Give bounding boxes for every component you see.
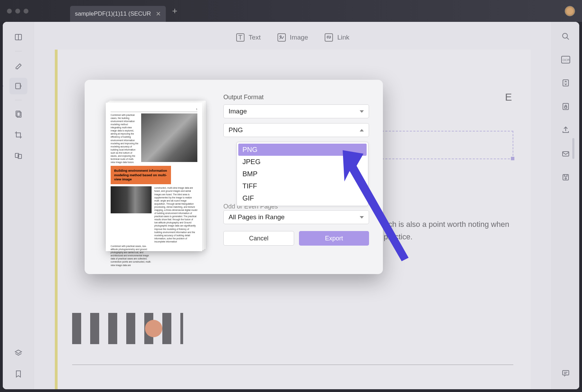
export-button[interactable]: Export — [299, 231, 369, 246]
new-tab-button[interactable]: + — [172, 6, 177, 16]
tab-title: samplePDF(1)(1)11 (SECUR — [75, 10, 151, 17]
titlebar: samplePDF(1)(1)11 (SECUR ✕ + — [0, 0, 582, 22]
maximize-window-button[interactable] — [24, 9, 28, 14]
output-format-select[interactable]: Image — [223, 104, 369, 118]
select-value: Image — [229, 108, 247, 115]
preview-text: constructed, multi-view image data are f… — [154, 186, 197, 243]
button-label: Export — [325, 235, 343, 242]
button-label: Cancel — [249, 235, 268, 242]
close-tab-icon[interactable]: ✕ — [156, 10, 161, 18]
preview-text: Combined with practical cases, low-altit… — [111, 245, 152, 267]
user-avatar[interactable] — [565, 6, 575, 16]
output-format-label: Output Format — [223, 94, 369, 101]
minimize-window-button[interactable] — [15, 9, 20, 14]
dropdown-option-jpeg[interactable]: JPEG — [238, 156, 367, 168]
select-value: All Pages in Range — [229, 213, 285, 221]
dialog-preview-pane: 1 Combined with practical cases, the bui… — [85, 80, 223, 274]
main-window: OCR T Text — [3, 22, 579, 389]
dropdown-option-png[interactable]: PNG — [238, 144, 367, 156]
preview-text: Combined with practical cases, the build… — [111, 113, 138, 164]
chevron-down-icon — [360, 110, 364, 113]
page-preview: 1 Combined with practical cases, the bui… — [106, 103, 202, 251]
preview-image — [141, 113, 197, 162]
cancel-button[interactable]: Cancel — [223, 231, 294, 246]
chevron-down-icon — [360, 216, 364, 219]
preview-page-number: 1 — [196, 108, 197, 111]
dropdown-option-tiff[interactable]: TIFF — [238, 180, 367, 192]
preview-image — [111, 186, 152, 213]
select-value: PNG — [229, 126, 243, 134]
dropdown-option-gif[interactable]: GIF — [238, 192, 367, 204]
close-window-button[interactable] — [7, 9, 12, 14]
odd-even-select[interactable]: All Pages in Range — [223, 210, 369, 224]
preview-banner: Building environment information modelin… — [111, 166, 171, 184]
dropdown-option-bmp[interactable]: BMP — [238, 168, 367, 180]
window-controls — [7, 9, 28, 14]
image-type-select[interactable]: PNG — [223, 123, 369, 137]
export-dialog: 1 Combined with practical cases, the bui… — [85, 80, 383, 274]
chevron-up-icon — [360, 129, 364, 131]
image-type-dropdown: PNG JPEG BMP TIFF GIF — [237, 142, 368, 206]
document-tab[interactable]: samplePDF(1)(1)11 (SECUR ✕ — [70, 6, 166, 22]
